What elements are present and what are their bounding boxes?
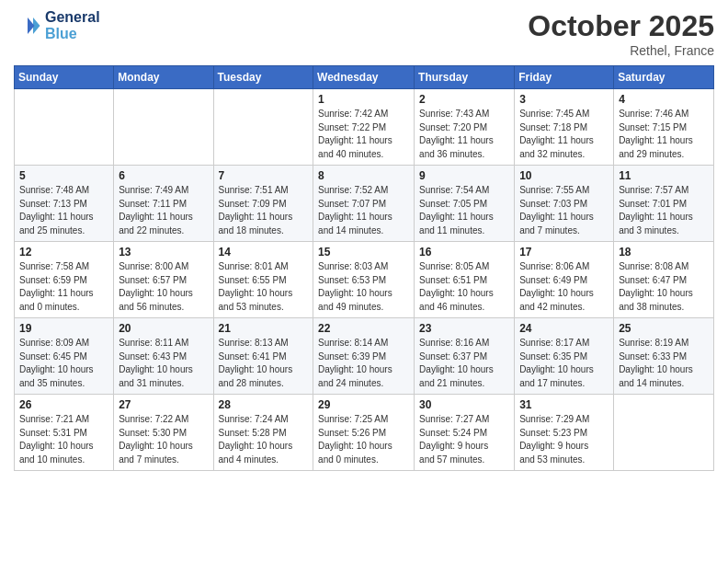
day-number: 5 (19, 169, 108, 182)
day-info: Sunrise: 8:00 AM Sunset: 6:57 PM Dayligh… (119, 260, 208, 314)
day-info: Sunrise: 7:58 AM Sunset: 6:59 PM Dayligh… (19, 260, 108, 314)
day-number: 18 (619, 246, 709, 259)
table-cell: 7Sunrise: 7:51 AM Sunset: 7:09 PM Daylig… (213, 166, 313, 242)
day-number: 2 (419, 93, 509, 106)
logo-text: General Blue (45, 9, 100, 42)
day-info: Sunrise: 7:24 AM Sunset: 5:28 PM Dayligh… (219, 413, 309, 466)
table-cell: 30Sunrise: 7:27 AM Sunset: 5:24 PM Dayli… (415, 395, 515, 471)
table-cell: 15Sunrise: 8:03 AM Sunset: 6:53 PM Dayli… (313, 242, 415, 318)
calendar-table: Sunday Monday Tuesday Wednesday Thursday… (14, 65, 714, 471)
table-cell: 4Sunrise: 7:46 AM Sunset: 7:15 PM Daylig… (614, 89, 714, 166)
day-number: 29 (318, 398, 409, 411)
day-info: Sunrise: 8:05 AM Sunset: 6:51 PM Dayligh… (419, 260, 509, 314)
day-info: Sunrise: 7:27 AM Sunset: 5:24 PM Dayligh… (419, 413, 509, 466)
day-number: 7 (219, 169, 309, 182)
day-number: 17 (519, 246, 609, 259)
day-info: Sunrise: 8:17 AM Sunset: 6:35 PM Dayligh… (519, 337, 609, 390)
table-cell: 12Sunrise: 7:58 AM Sunset: 6:59 PM Dayli… (15, 242, 114, 318)
day-number: 21 (219, 322, 309, 335)
table-cell: 11Sunrise: 7:57 AM Sunset: 7:01 PM Dayli… (614, 166, 714, 242)
header-friday: Friday (515, 66, 614, 89)
day-info: Sunrise: 8:01 AM Sunset: 6:55 PM Dayligh… (219, 260, 309, 314)
week-row-4: 19Sunrise: 8:09 AM Sunset: 6:45 PM Dayli… (15, 318, 714, 395)
day-info: Sunrise: 7:45 AM Sunset: 7:18 PM Dayligh… (519, 108, 609, 161)
week-row-1: 1Sunrise: 7:42 AM Sunset: 7:22 PM Daylig… (15, 89, 714, 166)
table-cell: 8Sunrise: 7:52 AM Sunset: 7:07 PM Daylig… (313, 166, 415, 242)
day-info: Sunrise: 8:08 AM Sunset: 6:47 PM Dayligh… (619, 260, 709, 314)
table-cell: 14Sunrise: 8:01 AM Sunset: 6:55 PM Dayli… (213, 242, 313, 318)
day-info: Sunrise: 7:55 AM Sunset: 7:03 PM Dayligh… (519, 184, 609, 237)
day-number: 8 (318, 169, 409, 182)
day-number: 28 (219, 398, 309, 411)
week-row-2: 5Sunrise: 7:48 AM Sunset: 7:13 PM Daylig… (15, 166, 714, 242)
table-cell: 24Sunrise: 8:17 AM Sunset: 6:35 PM Dayli… (515, 318, 614, 395)
table-cell: 26Sunrise: 7:21 AM Sunset: 5:31 PM Dayli… (15, 395, 114, 471)
day-info: Sunrise: 8:06 AM Sunset: 6:49 PM Dayligh… (519, 260, 609, 314)
table-cell: 20Sunrise: 8:11 AM Sunset: 6:43 PM Dayli… (114, 318, 213, 395)
table-cell: 27Sunrise: 7:22 AM Sunset: 5:30 PM Dayli… (114, 395, 213, 471)
day-info: Sunrise: 7:43 AM Sunset: 7:20 PM Dayligh… (419, 108, 509, 161)
page-header: General Blue October 2025 Rethel, France (14, 9, 714, 58)
day-info: Sunrise: 7:46 AM Sunset: 7:15 PM Dayligh… (619, 108, 709, 161)
day-number: 12 (19, 246, 108, 259)
table-cell: 1Sunrise: 7:42 AM Sunset: 7:22 PM Daylig… (313, 89, 415, 166)
day-number: 9 (419, 169, 509, 182)
table-cell: 2Sunrise: 7:43 AM Sunset: 7:20 PM Daylig… (415, 89, 515, 166)
table-cell: 3Sunrise: 7:45 AM Sunset: 7:18 PM Daylig… (515, 89, 614, 166)
week-row-3: 12Sunrise: 7:58 AM Sunset: 6:59 PM Dayli… (15, 242, 714, 318)
table-cell: 22Sunrise: 8:14 AM Sunset: 6:39 PM Dayli… (313, 318, 415, 395)
day-number: 13 (119, 246, 208, 259)
title-block: October 2025 Rethel, France (528, 9, 714, 58)
day-info: Sunrise: 8:14 AM Sunset: 6:39 PM Dayligh… (318, 337, 409, 390)
table-cell (114, 89, 213, 166)
day-info: Sunrise: 7:25 AM Sunset: 5:26 PM Dayligh… (318, 413, 409, 466)
table-cell: 18Sunrise: 8:08 AM Sunset: 6:47 PM Dayli… (614, 242, 714, 318)
day-number: 3 (519, 93, 609, 106)
location: Rethel, France (528, 43, 714, 58)
table-cell: 6Sunrise: 7:49 AM Sunset: 7:11 PM Daylig… (114, 166, 213, 242)
logo: General Blue (14, 9, 100, 42)
day-number: 25 (619, 322, 709, 335)
table-cell (614, 395, 714, 471)
day-number: 4 (619, 93, 709, 106)
day-info: Sunrise: 7:52 AM Sunset: 7:07 PM Dayligh… (318, 184, 409, 237)
day-info: Sunrise: 8:16 AM Sunset: 6:37 PM Dayligh… (419, 337, 509, 390)
day-number: 6 (119, 169, 208, 182)
day-number: 11 (619, 169, 709, 182)
header-tuesday: Tuesday (213, 66, 313, 89)
day-number: 1 (318, 93, 409, 106)
month-title: October 2025 (528, 9, 714, 43)
header-sunday: Sunday (15, 66, 114, 89)
table-cell: 25Sunrise: 8:19 AM Sunset: 6:33 PM Dayli… (614, 318, 714, 395)
day-info: Sunrise: 8:09 AM Sunset: 6:45 PM Dayligh… (19, 337, 108, 390)
day-number: 27 (119, 398, 208, 411)
table-cell: 28Sunrise: 7:24 AM Sunset: 5:28 PM Dayli… (213, 395, 313, 471)
day-info: Sunrise: 8:03 AM Sunset: 6:53 PM Dayligh… (318, 260, 409, 314)
header-thursday: Thursday (415, 66, 515, 89)
day-number: 15 (318, 246, 409, 259)
table-cell: 13Sunrise: 8:00 AM Sunset: 6:57 PM Dayli… (114, 242, 213, 318)
day-info: Sunrise: 7:29 AM Sunset: 5:23 PM Dayligh… (519, 413, 609, 466)
table-cell: 29Sunrise: 7:25 AM Sunset: 5:26 PM Dayli… (313, 395, 415, 471)
header-saturday: Saturday (614, 66, 714, 89)
table-cell: 16Sunrise: 8:05 AM Sunset: 6:51 PM Dayli… (415, 242, 515, 318)
day-info: Sunrise: 7:51 AM Sunset: 7:09 PM Dayligh… (219, 184, 309, 237)
table-cell: 23Sunrise: 8:16 AM Sunset: 6:37 PM Dayli… (415, 318, 515, 395)
day-number: 24 (519, 322, 609, 335)
table-cell: 9Sunrise: 7:54 AM Sunset: 7:05 PM Daylig… (415, 166, 515, 242)
day-info: Sunrise: 7:21 AM Sunset: 5:31 PM Dayligh… (19, 413, 108, 466)
calendar-header-row: Sunday Monday Tuesday Wednesday Thursday… (15, 66, 714, 89)
table-cell (15, 89, 114, 166)
header-monday: Monday (114, 66, 213, 89)
table-cell: 5Sunrise: 7:48 AM Sunset: 7:13 PM Daylig… (15, 166, 114, 242)
header-wednesday: Wednesday (313, 66, 415, 89)
day-number: 16 (419, 246, 509, 259)
day-info: Sunrise: 8:13 AM Sunset: 6:41 PM Dayligh… (219, 337, 309, 390)
table-cell: 10Sunrise: 7:55 AM Sunset: 7:03 PM Dayli… (515, 166, 614, 242)
day-number: 20 (119, 322, 208, 335)
page-container: General Blue October 2025 Rethel, France… (0, 0, 728, 563)
day-number: 10 (519, 169, 609, 182)
day-info: Sunrise: 7:48 AM Sunset: 7:13 PM Dayligh… (19, 184, 108, 237)
logo-icon (14, 12, 41, 40)
day-info: Sunrise: 8:19 AM Sunset: 6:33 PM Dayligh… (619, 337, 709, 390)
